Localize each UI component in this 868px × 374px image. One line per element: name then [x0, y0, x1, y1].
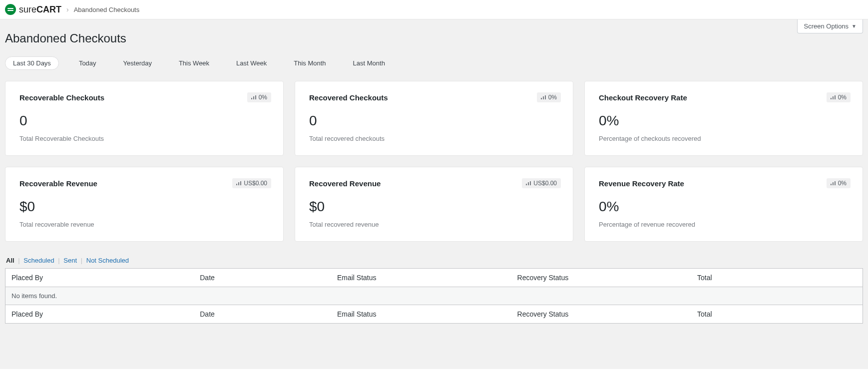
stat-badge: 0% [827, 92, 851, 102]
card-recovered-checkouts: Recovered Checkouts 0% 0 Total recovered… [295, 81, 573, 156]
brand-mark-icon [5, 4, 16, 15]
col-placed-by[interactable]: Placed By [5, 305, 194, 324]
breadcrumb[interactable]: Abandoned Checkouts [74, 6, 140, 13]
card-title: Recovered Revenue [309, 179, 559, 188]
col-recovery-status[interactable]: Recovery Status [511, 305, 692, 324]
col-total[interactable]: Total [691, 305, 863, 324]
bars-icon [236, 181, 241, 185]
table-footer-row: Placed By Date Email Status Recovery Sta… [5, 305, 863, 324]
card-subtitle: Total recoverable revenue [19, 221, 269, 228]
stat-badge: 0% [247, 92, 271, 102]
stat-badge: 0% [827, 178, 851, 188]
card-value: 0 [19, 113, 269, 129]
card-recoverable-checkouts: Recoverable Checkouts 0% 0 Total Recover… [5, 81, 284, 156]
stats-cards: Recoverable Checkouts 0% 0 Total Recover… [5, 81, 863, 242]
card-subtitle: Percentage of revenue recovered [599, 221, 849, 228]
range-tab-this-week[interactable]: This Week [172, 56, 216, 70]
card-value: $0 [19, 199, 269, 215]
card-value: 0 [309, 113, 559, 129]
range-tab-last-week[interactable]: Last Week [229, 56, 274, 70]
col-recovery-status[interactable]: Recovery Status [511, 269, 692, 287]
card-title: Revenue Recovery Rate [599, 179, 849, 188]
col-email-status[interactable]: Email Status [331, 269, 511, 287]
card-value: $0 [309, 199, 559, 215]
card-subtitle: Total recovered checkouts [309, 135, 559, 142]
col-date[interactable]: Date [194, 269, 331, 287]
filter-scheduled[interactable]: Scheduled [23, 257, 54, 264]
bars-icon [526, 181, 531, 185]
date-range-tabs: Last 30 Days Today Yesterday This Week L… [5, 53, 863, 81]
brand-text: sureCART [19, 4, 61, 15]
top-bar: sureCART › Abandoned Checkouts [0, 0, 868, 19]
filter-sent[interactable]: Sent [63, 257, 77, 264]
range-tab-today[interactable]: Today [72, 56, 103, 70]
screen-options-label: Screen Options [804, 22, 849, 30]
filter-all[interactable]: All [6, 257, 14, 264]
bars-icon [831, 95, 836, 99]
page-body: Screen Options ▼ Abandoned Checkouts Las… [0, 19, 868, 369]
card-subtitle: Total recovered revenue [309, 221, 559, 228]
card-recovered-revenue: Recovered Revenue US$0.00 $0 Total recov… [295, 167, 573, 242]
screen-options-button[interactable]: Screen Options ▼ [797, 19, 863, 33]
bars-icon [541, 95, 546, 99]
card-checkout-recovery-rate: Checkout Recovery Rate 0% 0% Percentage … [584, 81, 863, 156]
col-total[interactable]: Total [691, 269, 863, 287]
checkouts-table: Placed By Date Email Status Recovery Sta… [5, 268, 863, 324]
triangle-down-icon: ▼ [852, 23, 857, 29]
card-title: Recoverable Checkouts [19, 93, 269, 102]
stat-badge: US$0.00 [522, 178, 561, 188]
table-empty-row: No items found. [5, 287, 863, 305]
page-title: Abandoned Checkouts [5, 19, 863, 53]
bars-icon [251, 95, 256, 99]
stat-badge: US$0.00 [232, 178, 271, 188]
card-value: 0% [599, 113, 849, 129]
card-value: 0% [599, 199, 849, 215]
list-filter-links: All | Scheduled | Sent | Not Scheduled [5, 257, 863, 268]
card-revenue-recovery-rate: Revenue Recovery Rate 0% 0% Percentage o… [584, 167, 863, 242]
card-title: Checkout Recovery Rate [599, 93, 849, 102]
range-tab-this-month[interactable]: This Month [287, 56, 333, 70]
chevron-right-icon: › [66, 5, 69, 13]
range-tab-last-30-days[interactable]: Last 30 Days [5, 56, 59, 70]
card-title: Recovered Checkouts [309, 93, 559, 102]
col-email-status[interactable]: Email Status [331, 305, 511, 324]
card-title: Recoverable Revenue [19, 179, 269, 188]
range-tab-last-month[interactable]: Last Month [346, 56, 392, 70]
range-tab-yesterday[interactable]: Yesterday [116, 56, 159, 70]
stat-badge: 0% [537, 92, 561, 102]
brand-logo[interactable]: sureCART [5, 4, 61, 15]
card-subtitle: Total Recoverable Checkouts [19, 135, 269, 142]
empty-message: No items found. [5, 287, 863, 305]
col-date[interactable]: Date [194, 305, 331, 324]
card-subtitle: Percentage of checkouts recovered [599, 135, 849, 142]
bars-icon [831, 181, 836, 185]
card-recoverable-revenue: Recoverable Revenue US$0.00 $0 Total rec… [5, 167, 284, 242]
filter-not-scheduled[interactable]: Not Scheduled [86, 257, 129, 264]
col-placed-by[interactable]: Placed By [5, 269, 194, 287]
table-header-row: Placed By Date Email Status Recovery Sta… [5, 269, 863, 287]
